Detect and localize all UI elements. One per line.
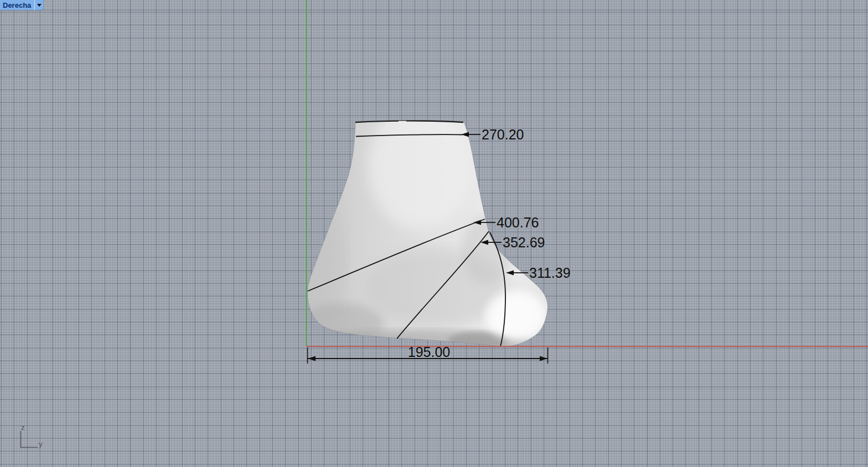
- viewport-canvas[interactable]: 270.20 400.76 352.69 311.39: [0, 0, 868, 467]
- chevron-down-icon: [37, 4, 42, 7]
- dimension-value: 352.69: [503, 235, 545, 250]
- dimension-arrowhead-left: [308, 356, 316, 361]
- dimension-arrowhead-right: [540, 356, 547, 361]
- dimension-value: 195.00: [408, 344, 450, 360]
- gizmo-y-label: y: [39, 440, 43, 448]
- dimension-value: 400.76: [497, 215, 539, 230]
- toe-highlight: [485, 291, 546, 340]
- gizmo-z-label: z: [21, 423, 25, 432]
- length-dimension[interactable]: 195.00: [308, 344, 548, 364]
- dimension-value: 270.20: [482, 127, 524, 142]
- leader-ankle-top-girth[interactable]: 270.20: [461, 127, 524, 142]
- gizmo-axes-lines: [21, 431, 38, 448]
- dimension-value: 311.39: [529, 265, 571, 281]
- rhino-viewport: 270.20 400.76 352.69 311.39: [0, 0, 868, 467]
- cplane-axis-gizmo: z y: [21, 423, 43, 448]
- viewport-title[interactable]: Derecha: [0, 0, 34, 10]
- viewport-menu-button[interactable]: [35, 0, 43, 10]
- viewport-title-tab[interactable]: Derecha: [0, 0, 43, 10]
